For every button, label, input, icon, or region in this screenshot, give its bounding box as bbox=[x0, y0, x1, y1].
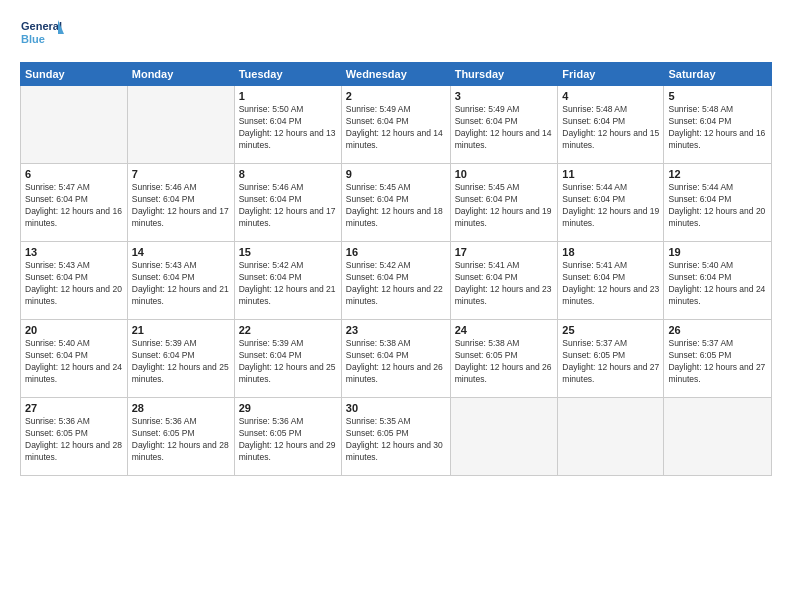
calendar-row: 27 Sunrise: 5:36 AMSunset: 6:05 PMDaylig… bbox=[21, 398, 772, 476]
day-number: 22 bbox=[239, 324, 337, 336]
calendar-cell: 2 Sunrise: 5:49 AMSunset: 6:04 PMDayligh… bbox=[341, 86, 450, 164]
calendar-cell: 19 Sunrise: 5:40 AMSunset: 6:04 PMDaylig… bbox=[664, 242, 772, 320]
calendar-cell: 17 Sunrise: 5:41 AMSunset: 6:04 PMDaylig… bbox=[450, 242, 558, 320]
day-info: Sunrise: 5:39 AMSunset: 6:04 PMDaylight:… bbox=[239, 338, 337, 386]
day-number: 12 bbox=[668, 168, 767, 180]
logo: General Blue bbox=[20, 16, 64, 52]
header-day: Tuesday bbox=[234, 63, 341, 86]
day-info: Sunrise: 5:40 AMSunset: 6:04 PMDaylight:… bbox=[25, 338, 123, 386]
day-number: 29 bbox=[239, 402, 337, 414]
calendar-header: SundayMondayTuesdayWednesdayThursdayFrid… bbox=[21, 63, 772, 86]
day-info: Sunrise: 5:43 AMSunset: 6:04 PMDaylight:… bbox=[132, 260, 230, 308]
day-number: 2 bbox=[346, 90, 446, 102]
day-info: Sunrise: 5:45 AMSunset: 6:04 PMDaylight:… bbox=[346, 182, 446, 230]
calendar-cell: 1 Sunrise: 5:50 AMSunset: 6:04 PMDayligh… bbox=[234, 86, 341, 164]
calendar-cell: 8 Sunrise: 5:46 AMSunset: 6:04 PMDayligh… bbox=[234, 164, 341, 242]
day-number: 30 bbox=[346, 402, 446, 414]
day-number: 3 bbox=[455, 90, 554, 102]
day-info: Sunrise: 5:42 AMSunset: 6:04 PMDaylight:… bbox=[239, 260, 337, 308]
svg-text:Blue: Blue bbox=[21, 33, 45, 45]
header-row: SundayMondayTuesdayWednesdayThursdayFrid… bbox=[21, 63, 772, 86]
calendar-cell: 9 Sunrise: 5:45 AMSunset: 6:04 PMDayligh… bbox=[341, 164, 450, 242]
day-info: Sunrise: 5:36 AMSunset: 6:05 PMDaylight:… bbox=[239, 416, 337, 464]
calendar-cell: 4 Sunrise: 5:48 AMSunset: 6:04 PMDayligh… bbox=[558, 86, 664, 164]
day-info: Sunrise: 5:42 AMSunset: 6:04 PMDaylight:… bbox=[346, 260, 446, 308]
calendar-cell: 13 Sunrise: 5:43 AMSunset: 6:04 PMDaylig… bbox=[21, 242, 128, 320]
day-number: 14 bbox=[132, 246, 230, 258]
day-number: 23 bbox=[346, 324, 446, 336]
day-info: Sunrise: 5:47 AMSunset: 6:04 PMDaylight:… bbox=[25, 182, 123, 230]
day-info: Sunrise: 5:36 AMSunset: 6:05 PMDaylight:… bbox=[132, 416, 230, 464]
day-number: 25 bbox=[562, 324, 659, 336]
day-info: Sunrise: 5:43 AMSunset: 6:04 PMDaylight:… bbox=[25, 260, 123, 308]
day-number: 18 bbox=[562, 246, 659, 258]
day-number: 10 bbox=[455, 168, 554, 180]
header-day: Monday bbox=[127, 63, 234, 86]
header-day: Thursday bbox=[450, 63, 558, 86]
calendar-row: 13 Sunrise: 5:43 AMSunset: 6:04 PMDaylig… bbox=[21, 242, 772, 320]
calendar-cell: 23 Sunrise: 5:38 AMSunset: 6:04 PMDaylig… bbox=[341, 320, 450, 398]
svg-text:General: General bbox=[21, 20, 62, 32]
calendar-cell: 24 Sunrise: 5:38 AMSunset: 6:05 PMDaylig… bbox=[450, 320, 558, 398]
calendar-cell: 21 Sunrise: 5:39 AMSunset: 6:04 PMDaylig… bbox=[127, 320, 234, 398]
calendar-table: SundayMondayTuesdayWednesdayThursdayFrid… bbox=[20, 62, 772, 476]
day-info: Sunrise: 5:45 AMSunset: 6:04 PMDaylight:… bbox=[455, 182, 554, 230]
calendar-cell: 27 Sunrise: 5:36 AMSunset: 6:05 PMDaylig… bbox=[21, 398, 128, 476]
calendar-cell: 5 Sunrise: 5:48 AMSunset: 6:04 PMDayligh… bbox=[664, 86, 772, 164]
day-number: 19 bbox=[668, 246, 767, 258]
day-number: 4 bbox=[562, 90, 659, 102]
calendar-cell: 30 Sunrise: 5:35 AMSunset: 6:05 PMDaylig… bbox=[341, 398, 450, 476]
day-number: 17 bbox=[455, 246, 554, 258]
calendar-cell: 22 Sunrise: 5:39 AMSunset: 6:04 PMDaylig… bbox=[234, 320, 341, 398]
day-number: 11 bbox=[562, 168, 659, 180]
calendar-cell: 26 Sunrise: 5:37 AMSunset: 6:05 PMDaylig… bbox=[664, 320, 772, 398]
calendar-row: 1 Sunrise: 5:50 AMSunset: 6:04 PMDayligh… bbox=[21, 86, 772, 164]
day-info: Sunrise: 5:37 AMSunset: 6:05 PMDaylight:… bbox=[562, 338, 659, 386]
day-info: Sunrise: 5:46 AMSunset: 6:04 PMDaylight:… bbox=[239, 182, 337, 230]
calendar-cell: 6 Sunrise: 5:47 AMSunset: 6:04 PMDayligh… bbox=[21, 164, 128, 242]
calendar-cell: 18 Sunrise: 5:41 AMSunset: 6:04 PMDaylig… bbox=[558, 242, 664, 320]
day-info: Sunrise: 5:40 AMSunset: 6:04 PMDaylight:… bbox=[668, 260, 767, 308]
header-day: Sunday bbox=[21, 63, 128, 86]
day-number: 27 bbox=[25, 402, 123, 414]
calendar-cell bbox=[450, 398, 558, 476]
day-info: Sunrise: 5:36 AMSunset: 6:05 PMDaylight:… bbox=[25, 416, 123, 464]
calendar-cell: 15 Sunrise: 5:42 AMSunset: 6:04 PMDaylig… bbox=[234, 242, 341, 320]
day-info: Sunrise: 5:41 AMSunset: 6:04 PMDaylight:… bbox=[455, 260, 554, 308]
calendar-cell: 25 Sunrise: 5:37 AMSunset: 6:05 PMDaylig… bbox=[558, 320, 664, 398]
calendar-cell: 29 Sunrise: 5:36 AMSunset: 6:05 PMDaylig… bbox=[234, 398, 341, 476]
day-number: 20 bbox=[25, 324, 123, 336]
logo-svg: General Blue bbox=[20, 16, 64, 52]
day-info: Sunrise: 5:38 AMSunset: 6:04 PMDaylight:… bbox=[346, 338, 446, 386]
day-info: Sunrise: 5:44 AMSunset: 6:04 PMDaylight:… bbox=[562, 182, 659, 230]
calendar-cell: 7 Sunrise: 5:46 AMSunset: 6:04 PMDayligh… bbox=[127, 164, 234, 242]
day-number: 28 bbox=[132, 402, 230, 414]
day-number: 9 bbox=[346, 168, 446, 180]
calendar-cell bbox=[664, 398, 772, 476]
day-info: Sunrise: 5:38 AMSunset: 6:05 PMDaylight:… bbox=[455, 338, 554, 386]
day-info: Sunrise: 5:41 AMSunset: 6:04 PMDaylight:… bbox=[562, 260, 659, 308]
day-info: Sunrise: 5:37 AMSunset: 6:05 PMDaylight:… bbox=[668, 338, 767, 386]
day-number: 6 bbox=[25, 168, 123, 180]
calendar-row: 20 Sunrise: 5:40 AMSunset: 6:04 PMDaylig… bbox=[21, 320, 772, 398]
calendar-cell: 28 Sunrise: 5:36 AMSunset: 6:05 PMDaylig… bbox=[127, 398, 234, 476]
day-number: 5 bbox=[668, 90, 767, 102]
day-info: Sunrise: 5:49 AMSunset: 6:04 PMDaylight:… bbox=[455, 104, 554, 152]
calendar-cell: 10 Sunrise: 5:45 AMSunset: 6:04 PMDaylig… bbox=[450, 164, 558, 242]
calendar-cell: 14 Sunrise: 5:43 AMSunset: 6:04 PMDaylig… bbox=[127, 242, 234, 320]
day-number: 16 bbox=[346, 246, 446, 258]
calendar-cell bbox=[127, 86, 234, 164]
day-info: Sunrise: 5:39 AMSunset: 6:04 PMDaylight:… bbox=[132, 338, 230, 386]
day-number: 13 bbox=[25, 246, 123, 258]
day-info: Sunrise: 5:48 AMSunset: 6:04 PMDaylight:… bbox=[562, 104, 659, 152]
calendar-body: 1 Sunrise: 5:50 AMSunset: 6:04 PMDayligh… bbox=[21, 86, 772, 476]
day-info: Sunrise: 5:46 AMSunset: 6:04 PMDaylight:… bbox=[132, 182, 230, 230]
day-number: 15 bbox=[239, 246, 337, 258]
day-number: 8 bbox=[239, 168, 337, 180]
calendar-cell: 11 Sunrise: 5:44 AMSunset: 6:04 PMDaylig… bbox=[558, 164, 664, 242]
day-info: Sunrise: 5:44 AMSunset: 6:04 PMDaylight:… bbox=[668, 182, 767, 230]
day-number: 26 bbox=[668, 324, 767, 336]
day-info: Sunrise: 5:50 AMSunset: 6:04 PMDaylight:… bbox=[239, 104, 337, 152]
header-day: Wednesday bbox=[341, 63, 450, 86]
calendar-cell: 16 Sunrise: 5:42 AMSunset: 6:04 PMDaylig… bbox=[341, 242, 450, 320]
